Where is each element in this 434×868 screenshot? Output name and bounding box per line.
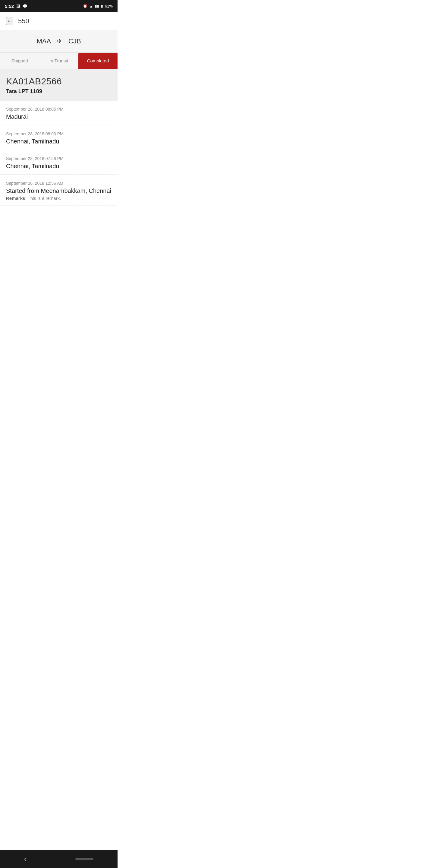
status-bar-right: ⏰ ▲ ▮▮ ▮ 61% <box>83 4 113 8</box>
signal-icon: ▮▮ <box>95 4 99 8</box>
timeline-location: Madurai <box>6 113 112 120</box>
timeline-date: September 28, 2018 07:58 PM <box>6 156 112 161</box>
tab-completed[interactable]: Completed <box>79 53 118 69</box>
timeline-location: Started from Meenambakkam, Chennai <box>6 187 112 194</box>
remarks-text: This is a remark. <box>27 195 61 201</box>
message-icon: 💬 <box>23 4 27 8</box>
list-item: September 26, 2018 12:56 AM Started from… <box>0 175 118 206</box>
tab-in-transit[interactable]: In Transit <box>39 53 79 69</box>
plane-icon: ✈ <box>57 37 62 45</box>
alarm-icon: ⏰ <box>83 4 87 8</box>
timeline-location: Chennai, Tamilnadu <box>6 138 112 145</box>
app-bar: ← 550 <box>0 12 118 30</box>
origin-airport: MAA <box>36 37 51 45</box>
timeline-date: September 28, 2018 08:05 PM <box>6 107 112 112</box>
back-button[interactable]: ← <box>6 17 13 25</box>
list-item: September 28, 2018 08:03 PM Chennai, Tam… <box>0 125 118 150</box>
image-icon: 🖼 <box>16 4 20 8</box>
vehicle-section: KA01AB2566 Tata LPT 1109 <box>0 69 118 101</box>
vehicle-model: Tata LPT 1109 <box>6 88 112 95</box>
route-card: MAA ✈ CJB <box>0 30 118 53</box>
remarks-label: Remarks <box>6 195 25 201</box>
status-bar: 5:52 🖼 💬 ⏰ ▲ ▮▮ ▮ 61% <box>0 0 118 12</box>
tabs-container: Shipped In Transit Completed <box>0 53 118 69</box>
status-bar-left: 5:52 🖼 💬 <box>5 4 27 9</box>
page-title: 550 <box>18 17 29 25</box>
spacer <box>0 206 118 242</box>
timeline-date: September 28, 2018 08:03 PM <box>6 131 112 136</box>
vehicle-number: KA01AB2566 <box>6 76 112 87</box>
status-time: 5:52 <box>5 4 14 9</box>
back-arrow-icon: ← <box>7 18 13 24</box>
timeline-date: September 26, 2018 12:56 AM <box>6 181 112 186</box>
timeline-location: Chennai, Tamilnadu <box>6 163 112 170</box>
list-item: September 28, 2018 08:05 PM Madurai <box>0 101 118 125</box>
timeline-remarks: Remarks: This is a remark. <box>6 195 112 201</box>
tab-shipped[interactable]: Shipped <box>0 53 39 69</box>
wifi-icon: ▲ <box>89 4 93 8</box>
list-item: September 28, 2018 07:58 PM Chennai, Tam… <box>0 150 118 175</box>
battery-percentage: 61% <box>105 4 113 8</box>
destination-airport: CJB <box>68 37 81 45</box>
timeline-section: September 28, 2018 08:05 PM Madurai Sept… <box>0 101 118 206</box>
battery-icon: ▮ <box>101 4 103 8</box>
